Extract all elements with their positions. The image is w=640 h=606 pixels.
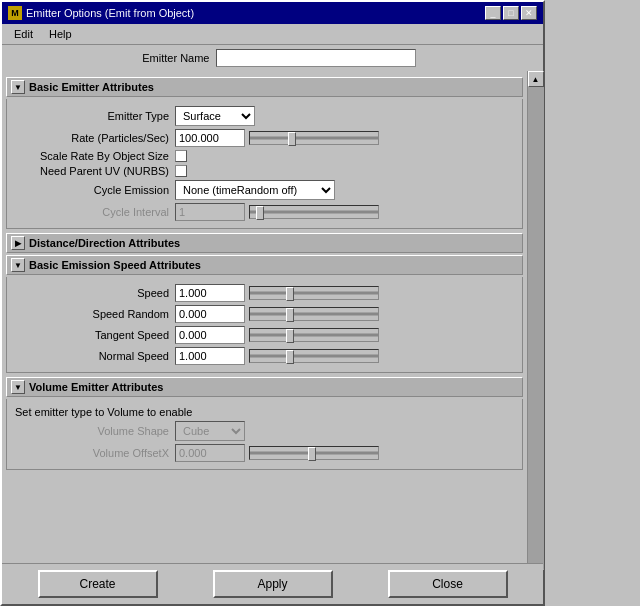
cycle-interval-input[interactable] [175, 203, 245, 221]
volume-shape-dropdown-container: Cube Sphere Cylinder [175, 421, 245, 441]
apply-button[interactable]: Apply [213, 570, 333, 598]
title-buttons: _ □ ✕ [485, 6, 537, 20]
create-button[interactable]: Create [38, 570, 158, 598]
menu-edit[interactable]: Edit [6, 26, 41, 42]
distance-direction-title: Distance/Direction Attributes [29, 237, 180, 249]
scale-rate-row: Scale Rate By Object Size [15, 150, 514, 162]
volume-emitter-content: Set emitter type to Volume to enable Vol… [6, 399, 523, 470]
cycle-interval-row: Cycle Interval [15, 203, 514, 221]
tangent-speed-label: Tangent Speed [15, 329, 175, 341]
cycle-interval-label: Cycle Interval [15, 206, 175, 218]
cycle-emission-label: Cycle Emission [15, 184, 175, 196]
volume-emitter-arrow[interactable]: ▼ [11, 380, 25, 394]
volume-emitter-header[interactable]: ▼ Volume Emitter Attributes [6, 377, 523, 397]
speed-label: Speed [15, 287, 175, 299]
speed-input[interactable] [175, 284, 245, 302]
speed-random-input[interactable] [175, 305, 245, 323]
main-panel: ▼ Basic Emitter Attributes Emitter Type … [2, 71, 527, 585]
app-icon: M [8, 6, 22, 20]
scale-rate-label: Scale Rate By Object Size [15, 150, 175, 162]
cycle-interval-slider[interactable] [249, 205, 379, 219]
title-bar-left: M Emitter Options (Emit from Object) [8, 6, 194, 20]
tangent-speed-slider[interactable] [249, 328, 379, 342]
main-window: M Emitter Options (Emit from Object) _ □… [0, 0, 545, 606]
minimize-button[interactable]: _ [485, 6, 501, 20]
need-parent-checkbox[interactable] [175, 165, 187, 177]
volume-offset-slider[interactable] [249, 446, 379, 460]
speed-row: Speed [15, 284, 514, 302]
scroll-track[interactable] [528, 87, 544, 569]
emitter-type-row: Emitter Type Surface Volume Curve [15, 106, 514, 126]
emitter-type-label: Emitter Type [15, 110, 175, 122]
volume-emitter-title: Volume Emitter Attributes [29, 381, 163, 393]
emitter-name-input[interactable] [216, 49, 416, 67]
content-area: ▼ Basic Emitter Attributes Emitter Type … [2, 71, 543, 585]
emitter-type-select[interactable]: Surface Volume Curve [175, 106, 255, 126]
need-parent-label: Need Parent UV (NURBS) [15, 165, 175, 177]
close-button[interactable]: ✕ [521, 6, 537, 20]
tangent-speed-input[interactable] [175, 326, 245, 344]
title-bar: M Emitter Options (Emit from Object) _ □… [2, 2, 543, 24]
normal-speed-slider[interactable] [249, 349, 379, 363]
volume-shape-label: Volume Shape [15, 425, 175, 437]
cycle-emission-select[interactable]: None (timeRandom off) Constant [175, 180, 335, 200]
basic-emitter-title: Basic Emitter Attributes [29, 81, 154, 93]
need-parent-row: Need Parent UV (NURBS) [15, 165, 514, 177]
emitter-type-dropdown-container: Surface Volume Curve [175, 106, 255, 126]
speed-slider[interactable] [249, 286, 379, 300]
normal-speed-label: Normal Speed [15, 350, 175, 362]
normal-speed-row: Normal Speed [15, 347, 514, 365]
volume-offset-input[interactable] [175, 444, 245, 462]
basic-emitter-content: Emitter Type Surface Volume Curve Rate (… [6, 99, 523, 229]
emission-speed-content: Speed Speed Random [6, 277, 523, 373]
emission-speed-header[interactable]: ▼ Basic Emission Speed Attributes [6, 255, 523, 275]
volume-offset-row: Volume OffsetX [15, 444, 514, 462]
speed-random-row: Speed Random [15, 305, 514, 323]
menu-help[interactable]: Help [41, 26, 80, 42]
rate-input[interactable] [175, 129, 245, 147]
rate-slider-container [249, 131, 379, 145]
tangent-speed-slider-container [249, 328, 379, 342]
cycle-interval-slider-container [249, 205, 379, 219]
emitter-name-label: Emitter Name [130, 52, 210, 64]
emission-speed-title: Basic Emission Speed Attributes [29, 259, 201, 271]
distance-direction-arrow[interactable]: ▶ [11, 236, 25, 250]
rate-slider[interactable] [249, 131, 379, 145]
emitter-name-row: Emitter Name [2, 45, 543, 71]
cycle-emission-row: Cycle Emission None (timeRandom off) Con… [15, 180, 514, 200]
maximize-button[interactable]: □ [503, 6, 519, 20]
basic-emitter-arrow[interactable]: ▼ [11, 80, 25, 94]
cycle-emission-dropdown-container: None (timeRandom off) Constant [175, 180, 335, 200]
volume-shape-select[interactable]: Cube Sphere Cylinder [175, 421, 245, 441]
close-button-bottom[interactable]: Close [388, 570, 508, 598]
bottom-buttons: Create Apply Close [2, 563, 543, 604]
speed-random-label: Speed Random [15, 308, 175, 320]
rate-row: Rate (Particles/Sec) [15, 129, 514, 147]
scrollbar: ▲ ▼ [527, 71, 543, 585]
speed-slider-container [249, 286, 379, 300]
speed-random-slider[interactable] [249, 307, 379, 321]
scale-rate-checkbox[interactable] [175, 150, 187, 162]
window-title: Emitter Options (Emit from Object) [26, 7, 194, 19]
basic-emitter-header[interactable]: ▼ Basic Emitter Attributes [6, 77, 523, 97]
volume-offset-label: Volume OffsetX [15, 447, 175, 459]
volume-offset-slider-container [249, 446, 379, 460]
rate-label: Rate (Particles/Sec) [15, 132, 175, 144]
menu-bar: Edit Help [2, 24, 543, 45]
set-emitter-type-text: Set emitter type to Volume to enable [15, 406, 192, 418]
normal-speed-input[interactable] [175, 347, 245, 365]
volume-shape-row: Volume Shape Cube Sphere Cylinder [15, 421, 514, 441]
normal-speed-slider-container [249, 349, 379, 363]
set-emitter-type-row: Set emitter type to Volume to enable [15, 406, 514, 418]
emission-speed-arrow[interactable]: ▼ [11, 258, 25, 272]
distance-direction-header[interactable]: ▶ Distance/Direction Attributes [6, 233, 523, 253]
tangent-speed-row: Tangent Speed [15, 326, 514, 344]
scroll-up-button[interactable]: ▲ [528, 71, 544, 87]
speed-random-slider-container [249, 307, 379, 321]
